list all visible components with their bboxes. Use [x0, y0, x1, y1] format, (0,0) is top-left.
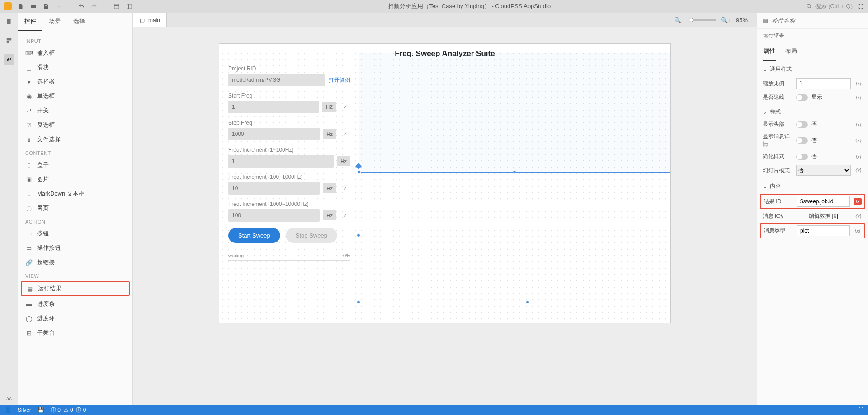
unit-inc2: Hz: [323, 183, 336, 193]
switch-icon: ⇄: [25, 107, 33, 114]
lp-item-progress-ring[interactable]: ◯进度环: [18, 311, 132, 326]
titlebar: ⋮ 扫频分析应用（Test Case by Yinping） - CloudPS…: [0, 0, 868, 13]
rp-section-style[interactable]: ⌄样式: [757, 103, 868, 118]
lp-item-action-button[interactable]: ▭操作按钮: [18, 241, 132, 255]
lp-item-radio[interactable]: ◉单选框: [18, 89, 132, 103]
selection-handle[interactable]: [357, 170, 361, 174]
label-hidden: 是否隐藏: [763, 93, 793, 101]
toggle-hidden[interactable]: [796, 94, 808, 101]
fx-button[interactable]: {x}: [854, 81, 863, 86]
progress-pct: 0%: [343, 253, 350, 258]
input-result-id[interactable]: [797, 196, 850, 207]
ab-components-icon[interactable]: [4, 35, 14, 46]
fx-button[interactable]: {x}: [854, 122, 863, 127]
ab-tools-icon[interactable]: [4, 54, 14, 65]
lp-item-hyperlink[interactable]: 🔗超链接: [18, 255, 132, 270]
lp-item-slider[interactable]: ⎯滑块: [18, 60, 132, 75]
lp-tab-scenes[interactable]: 场景: [42, 13, 67, 31]
lp-item-run-result[interactable]: ▤运行结果: [21, 281, 130, 296]
stage-icon: ⊞: [25, 330, 33, 336]
label-simple: 简化样式: [763, 153, 793, 160]
fx-button[interactable]: {x}: [854, 168, 863, 173]
link-open-case[interactable]: 打开算例: [329, 76, 350, 84]
toggle-show-header[interactable]: [796, 121, 808, 128]
ab-settings-icon[interactable]: [4, 394, 14, 405]
rp-section-general[interactable]: ⌄通用样式: [757, 61, 868, 76]
lp-item-sub-stage[interactable]: ⊞子舞台: [18, 326, 132, 340]
undo-icon[interactable]: [78, 3, 85, 10]
zoom-slider[interactable]: [689, 19, 716, 21]
design-canvas[interactable]: Freq. Sweep Analyzer Suite Project RID 打…: [219, 43, 671, 323]
input-start-freq[interactable]: [228, 101, 319, 113]
layout1-icon[interactable]: [113, 3, 120, 10]
lp-item-progress-bar[interactable]: ▬进度条: [18, 297, 132, 311]
selection-handle[interactable]: [357, 233, 360, 237]
input-inc3[interactable]: [228, 209, 320, 222]
toggle-simple[interactable]: [796, 154, 808, 160]
fx-button[interactable]: {x}: [854, 214, 863, 219]
open-folder-icon[interactable]: [30, 3, 37, 10]
rp-tab-props[interactable]: 属性: [763, 42, 776, 61]
selection-handle[interactable]: [355, 163, 362, 169]
fx-button[interactable]: {x}: [854, 228, 862, 233]
rp-tab-layout[interactable]: 布局: [784, 42, 798, 61]
input-msg-type[interactable]: [797, 225, 850, 236]
disk-icon[interactable]: 💾: [38, 407, 44, 413]
widget-name-input[interactable]: [772, 17, 863, 24]
lp-tab-select[interactable]: 选择: [67, 13, 91, 31]
input-inc2[interactable]: [228, 182, 320, 195]
input-scale[interactable]: [796, 78, 851, 89]
lp-item-file-select[interactable]: ⇧文件选择: [18, 132, 132, 147]
ab-pages-icon[interactable]: [4, 16, 14, 27]
save-icon[interactable]: [42, 3, 50, 10]
check-icon: ✓: [340, 104, 350, 111]
stop-sweep-button[interactable]: Stop Sweep: [286, 228, 337, 243]
start-sweep-button[interactable]: Start Sweep: [228, 228, 280, 243]
chevron-down-icon: ⌄: [763, 109, 767, 115]
fx-button[interactable]: {x}: [854, 154, 863, 159]
msg-key-value[interactable]: 编辑数据 [0]: [796, 212, 851, 220]
lp-item-box[interactable]: ▯盒子: [18, 158, 132, 172]
redo-icon[interactable]: [90, 3, 98, 10]
input-project-rid[interactable]: [228, 74, 325, 86]
input-stop-freq[interactable]: [228, 128, 320, 140]
lp-item-image[interactable]: ▣图片: [18, 172, 132, 187]
lp-item-input-box[interactable]: ⌨输入框: [18, 46, 132, 60]
lp-group-input: INPUT: [18, 35, 132, 46]
expand-icon[interactable]: ⛶: [858, 407, 863, 413]
zoom-in-icon[interactable]: 🔍+: [721, 17, 731, 23]
fx-button[interactable]: {x}: [854, 138, 863, 143]
progress-label: waiting: [228, 253, 244, 258]
lp-tab-widgets[interactable]: 控件: [18, 13, 42, 31]
fullscreen-icon[interactable]: [857, 3, 864, 10]
file-tab-main[interactable]: ▢ main: [133, 13, 167, 27]
rp-section-content[interactable]: ⌄内容: [757, 178, 868, 193]
fx-button-active[interactable]: fx: [854, 198, 862, 205]
lp-item-checkbox[interactable]: ☑复选框: [18, 118, 132, 132]
selection-handle[interactable]: [513, 170, 516, 174]
svg-rect-3: [7, 19, 10, 24]
user-icon[interactable]: 👤: [5, 407, 11, 413]
label-stop-freq: Stop Freq: [228, 120, 350, 126]
unit-inc3: Hz: [323, 210, 336, 220]
lp-item-button[interactable]: ▭按钮: [18, 226, 132, 241]
window-title: 扫频分析应用（Test Case by Yinping） - CloudPSS …: [133, 2, 806, 10]
lp-item-webpage[interactable]: ▢网页: [18, 201, 132, 215]
global-search[interactable]: 搜索 (Ctrl + Q): [806, 2, 853, 10]
unit-start-freq: HZ: [322, 102, 336, 112]
select-slideshow[interactable]: 否: [796, 165, 851, 176]
more-icon[interactable]: ⋮: [55, 3, 62, 10]
svg-rect-4: [7, 38, 9, 41]
selection-handle[interactable]: [357, 300, 360, 304]
input-inc1[interactable]: [228, 155, 334, 168]
lp-item-selector[interactable]: ▾选择器: [18, 75, 132, 89]
toggle-show-detail[interactable]: [796, 137, 808, 144]
layout2-icon[interactable]: [126, 3, 133, 10]
selection-handle[interactable]: [526, 300, 529, 304]
selection-outline[interactable]: [359, 53, 670, 173]
zoom-out-icon[interactable]: 🔍−: [674, 17, 685, 23]
new-file-icon[interactable]: [17, 3, 24, 10]
fx-button[interactable]: {x}: [854, 95, 863, 100]
lp-item-switch[interactable]: ⇄开关: [18, 103, 132, 118]
lp-item-markdown[interactable]: ≡MarkDown 文本框: [18, 187, 132, 201]
